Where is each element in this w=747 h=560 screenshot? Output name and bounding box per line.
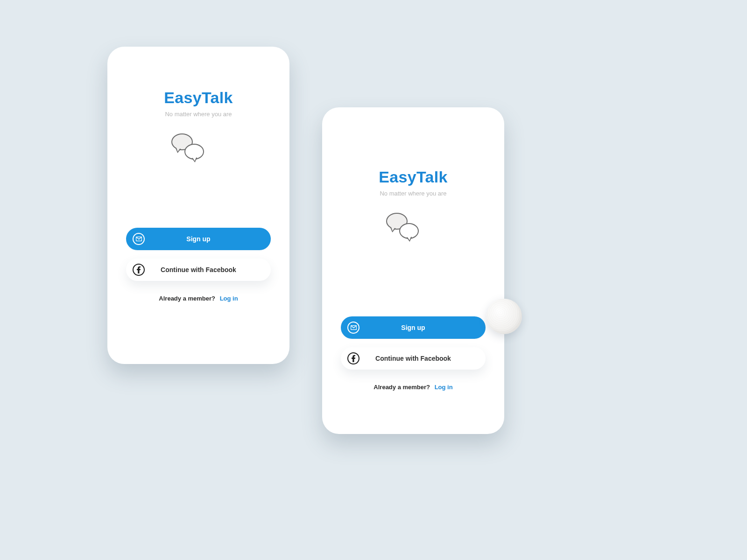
- continue-with-facebook-button[interactable]: Continue with Facebook: [341, 347, 486, 370]
- brand-tagline: No matter where you are: [379, 190, 447, 197]
- login-link[interactable]: Log in: [220, 295, 238, 302]
- signup-button-label: Sign up: [401, 324, 425, 331]
- envelope-icon: [347, 322, 359, 334]
- brand-tagline: No matter where you are: [164, 111, 233, 118]
- signup-button[interactable]: Sign up: [126, 228, 271, 250]
- signup-button-label: Sign up: [186, 235, 210, 243]
- login-row: Already a member? Log in: [374, 384, 452, 391]
- login-prompt: Already a member?: [374, 384, 430, 391]
- brand-block: EasyTalk No matter where you are: [379, 168, 447, 246]
- brand-title: EasyTalk: [164, 89, 233, 107]
- onboarding-screen: EasyTalk No matter where you are Sign up: [107, 47, 289, 364]
- brand-block: EasyTalk No matter where you are: [164, 89, 233, 167]
- actions: Sign up Continue with Facebook: [341, 316, 486, 370]
- brand-title: EasyTalk: [379, 168, 447, 186]
- chat-bubbles-icon: [379, 209, 425, 246]
- continue-with-facebook-button[interactable]: Continue with Facebook: [126, 259, 271, 281]
- onboarding-screen-with-touch: EasyTalk No matter where you are Sign up: [322, 107, 504, 434]
- chat-bubbles-icon: [164, 130, 211, 167]
- thumb-touch-indicator: [486, 299, 522, 334]
- login-prompt: Already a member?: [159, 295, 215, 302]
- facebook-button-label: Continue with Facebook: [375, 355, 451, 362]
- login-row: Already a member? Log in: [159, 295, 238, 302]
- facebook-icon: [347, 352, 359, 364]
- facebook-icon: [133, 264, 145, 276]
- facebook-button-label: Continue with Facebook: [161, 266, 236, 273]
- login-link[interactable]: Log in: [435, 384, 453, 391]
- actions: Sign up Continue with Facebook: [126, 228, 271, 281]
- signup-button[interactable]: Sign up: [341, 316, 486, 339]
- envelope-icon: [133, 233, 145, 245]
